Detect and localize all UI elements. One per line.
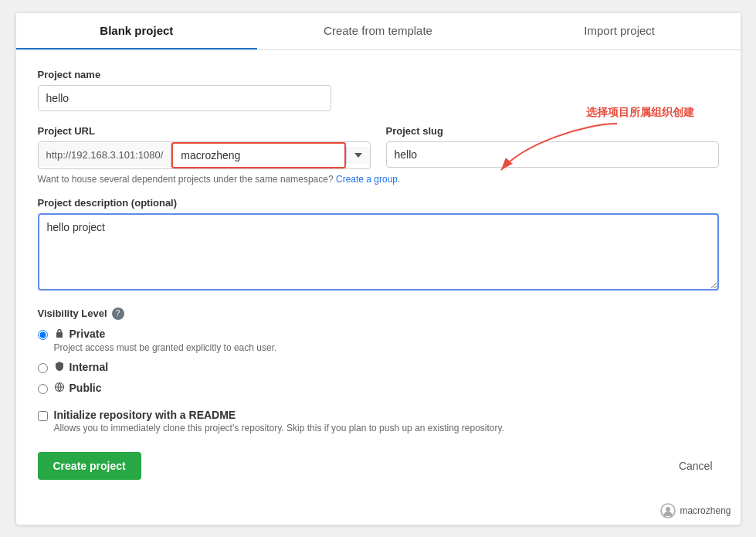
readme-checkbox[interactable]: [38, 411, 48, 421]
visibility-group: Visibility Level ?: [38, 308, 719, 395]
visibility-radio-group: Private Project access must be granted e…: [38, 328, 719, 395]
tab-blank-project[interactable]: Blank project: [16, 13, 258, 49]
watermark-text: macrozheng: [680, 505, 731, 516]
namespace-help-text: Want to house several dependent projects…: [38, 174, 719, 185]
readme-title: Initialize repository with a README: [54, 409, 504, 421]
private-label: Private: [69, 328, 106, 340]
visibility-help-icon[interactable]: ?: [112, 308, 124, 320]
watermark: macrozheng: [16, 498, 741, 525]
description-group: Project description (optional) hello pro…: [38, 197, 719, 294]
svg-point-4: [666, 507, 670, 512]
main-container: Blank project Create from template Impor…: [15, 12, 741, 525]
description-textarea[interactable]: hello project: [38, 213, 719, 291]
chevron-down-icon: [354, 153, 362, 158]
lock-icon: [54, 328, 65, 341]
tab-create-from-template[interactable]: Create from template: [257, 13, 499, 49]
project-name-label: Project name: [38, 69, 719, 80]
cancel-button[interactable]: Cancel: [673, 452, 719, 480]
project-name-input[interactable]: [38, 85, 331, 111]
project-slug-label: Project slug: [386, 125, 719, 137]
namespace-dropdown-button[interactable]: [346, 147, 370, 164]
globe-icon: [54, 382, 65, 395]
visibility-label: Visibility Level: [38, 308, 107, 319]
project-name-group: Project name: [38, 69, 719, 111]
project-url-group: Project URL http://192.168.3.101:1080/: [38, 125, 371, 169]
private-desc: Project access must be granted explicitl…: [54, 342, 277, 353]
watermark-icon: [660, 503, 676, 518]
form-body: 选择项目所属组织创建 Project name Project URL ht: [16, 50, 741, 498]
url-input-container: http://192.168.3.101:1080/: [38, 141, 371, 169]
readme-desc: Allows you to immediately clone this pro…: [54, 423, 504, 433]
create-group-link[interactable]: Create a group.: [336, 174, 400, 185]
project-url-label: Project URL: [38, 125, 371, 137]
visibility-internal-item: Internal: [38, 361, 719, 374]
shield-icon: [54, 361, 65, 374]
visibility-internal-radio[interactable]: [38, 363, 48, 373]
description-label: Project description (optional): [38, 197, 719, 209]
namespace-input[interactable]: [171, 142, 345, 168]
public-label: Public: [69, 382, 102, 394]
project-slug-group: Project slug: [386, 125, 719, 168]
buttons-row: Create project Cancel: [38, 449, 719, 480]
url-prefix: http://192.168.3.101:1080/: [39, 143, 172, 167]
visibility-public-radio[interactable]: [38, 384, 48, 394]
tab-bar: Blank project Create from template Impor…: [16, 13, 741, 50]
visibility-public-item: Public: [38, 382, 719, 395]
internal-label: Internal: [69, 361, 109, 373]
svg-rect-1: [56, 332, 63, 338]
visibility-private-radio[interactable]: [38, 330, 48, 340]
readme-group: Initialize repository with a README Allo…: [38, 409, 719, 433]
create-project-button[interactable]: Create project: [38, 452, 141, 480]
project-url-slug-row: Project URL http://192.168.3.101:1080/ P…: [38, 125, 719, 169]
project-slug-input[interactable]: [386, 141, 719, 168]
visibility-label-row: Visibility Level ?: [38, 308, 719, 320]
tab-import-project[interactable]: Import project: [499, 13, 741, 49]
visibility-private-item: Private Project access must be granted e…: [38, 328, 719, 353]
